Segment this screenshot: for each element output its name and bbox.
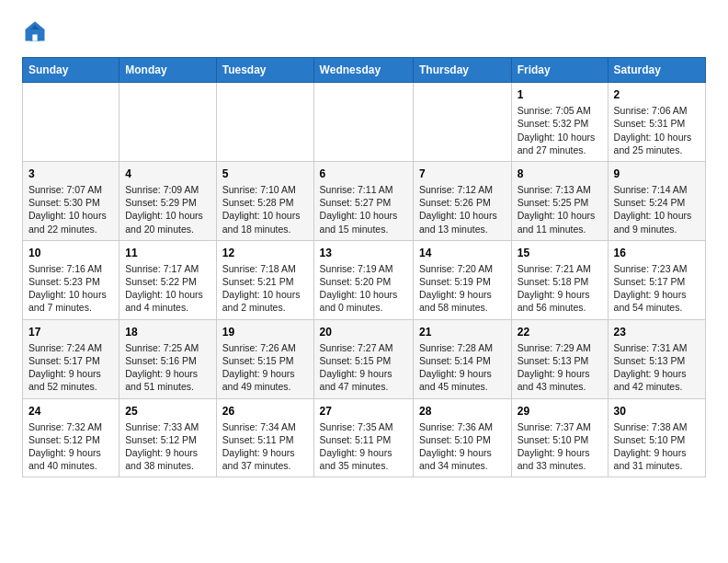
day-number: 10 [28, 246, 113, 260]
day-number: 22 [518, 325, 602, 339]
day-number: 16 [614, 246, 700, 260]
day-info: Sunrise: 7:13 AM Sunset: 5:25 PM Dayligh… [518, 183, 602, 236]
calendar-cell: 23Sunrise: 7:31 AM Sunset: 5:13 PM Dayli… [608, 319, 705, 398]
day-info: Sunrise: 7:33 AM Sunset: 5:12 PM Dayligh… [125, 420, 210, 473]
weekday-header-row: SundayMondayTuesdayWednesdayThursdayFrid… [23, 58, 706, 83]
calendar-week-row: 24Sunrise: 7:32 AM Sunset: 5:12 PM Dayli… [23, 398, 706, 477]
day-info: Sunrise: 7:11 AM Sunset: 5:27 PM Dayligh… [320, 183, 407, 236]
calendar-body: 1Sunrise: 7:05 AM Sunset: 5:32 PM Daylig… [23, 83, 706, 477]
day-number: 4 [125, 167, 210, 181]
day-number: 11 [125, 246, 210, 260]
day-info: Sunrise: 7:07 AM Sunset: 5:30 PM Dayligh… [28, 183, 113, 236]
day-info: Sunrise: 7:10 AM Sunset: 5:28 PM Dayligh… [222, 183, 308, 236]
day-number: 21 [419, 325, 506, 339]
day-number: 15 [518, 246, 602, 260]
day-number: 7 [419, 167, 506, 181]
calendar-cell: 20Sunrise: 7:27 AM Sunset: 5:15 PM Dayli… [313, 319, 413, 398]
day-info: Sunrise: 7:34 AM Sunset: 5:11 PM Dayligh… [222, 420, 308, 473]
day-number: 27 [320, 404, 407, 419]
day-info: Sunrise: 7:14 AM Sunset: 5:24 PM Dayligh… [614, 183, 700, 236]
calendar-cell [414, 83, 512, 162]
day-number: 9 [614, 167, 700, 181]
calendar-cell: 27Sunrise: 7:35 AM Sunset: 5:11 PM Dayli… [313, 398, 413, 477]
day-info: Sunrise: 7:12 AM Sunset: 5:26 PM Dayligh… [419, 183, 506, 236]
calendar-cell: 28Sunrise: 7:36 AM Sunset: 5:10 PM Dayli… [414, 398, 512, 477]
calendar-cell: 26Sunrise: 7:34 AM Sunset: 5:11 PM Dayli… [216, 398, 313, 477]
day-number: 20 [320, 325, 407, 339]
calendar-cell: 5Sunrise: 7:10 AM Sunset: 5:28 PM Daylig… [216, 161, 313, 240]
day-number: 30 [614, 404, 700, 419]
calendar-cell: 15Sunrise: 7:21 AM Sunset: 5:18 PM Dayli… [511, 240, 608, 319]
day-number: 17 [28, 325, 113, 339]
day-info: Sunrise: 7:06 AM Sunset: 5:31 PM Dayligh… [614, 104, 700, 156]
calendar-table: SundayMondayTuesdayWednesdayThursdayFrid… [22, 57, 706, 477]
day-info: Sunrise: 7:24 AM Sunset: 5:17 PM Dayligh… [28, 341, 113, 394]
day-info: Sunrise: 7:19 AM Sunset: 5:20 PM Dayligh… [320, 262, 407, 315]
calendar-cell: 29Sunrise: 7:37 AM Sunset: 5:10 PM Dayli… [511, 398, 608, 477]
weekday-header-friday: Friday [511, 58, 608, 83]
day-info: Sunrise: 7:21 AM Sunset: 5:18 PM Dayligh… [518, 262, 602, 315]
calendar-cell [23, 83, 119, 162]
day-info: Sunrise: 7:23 AM Sunset: 5:17 PM Dayligh… [614, 262, 700, 315]
day-number: 14 [419, 246, 506, 260]
day-number: 29 [518, 404, 602, 419]
day-info: Sunrise: 7:26 AM Sunset: 5:15 PM Dayligh… [222, 341, 308, 394]
day-info: Sunrise: 7:25 AM Sunset: 5:16 PM Dayligh… [125, 341, 210, 394]
calendar-cell: 6Sunrise: 7:11 AM Sunset: 5:27 PM Daylig… [313, 161, 413, 240]
day-info: Sunrise: 7:32 AM Sunset: 5:12 PM Dayligh… [28, 420, 113, 473]
calendar-cell: 19Sunrise: 7:26 AM Sunset: 5:15 PM Dayli… [216, 319, 313, 398]
day-info: Sunrise: 7:36 AM Sunset: 5:10 PM Dayligh… [419, 420, 506, 473]
calendar-cell: 12Sunrise: 7:18 AM Sunset: 5:21 PM Dayli… [216, 240, 313, 319]
calendar-cell: 3Sunrise: 7:07 AM Sunset: 5:30 PM Daylig… [23, 161, 119, 240]
calendar-cell: 25Sunrise: 7:33 AM Sunset: 5:12 PM Dayli… [119, 398, 217, 477]
calendar-cell: 22Sunrise: 7:29 AM Sunset: 5:13 PM Dayli… [511, 319, 608, 398]
header [22, 18, 706, 44]
calendar-cell: 9Sunrise: 7:14 AM Sunset: 5:24 PM Daylig… [608, 161, 705, 240]
calendar-cell [313, 83, 413, 162]
day-number: 13 [320, 246, 407, 260]
calendar-cell: 11Sunrise: 7:17 AM Sunset: 5:22 PM Dayli… [119, 240, 217, 319]
day-number: 26 [222, 404, 308, 419]
calendar-cell [119, 83, 217, 162]
calendar-cell [216, 83, 313, 162]
day-number: 24 [28, 404, 113, 419]
day-number: 6 [320, 167, 407, 181]
page: SundayMondayTuesdayWednesdayThursdayFrid… [0, 0, 728, 492]
calendar-cell: 21Sunrise: 7:28 AM Sunset: 5:14 PM Dayli… [414, 319, 512, 398]
day-info: Sunrise: 7:05 AM Sunset: 5:32 PM Dayligh… [518, 104, 602, 156]
calendar-cell: 18Sunrise: 7:25 AM Sunset: 5:16 PM Dayli… [119, 319, 217, 398]
weekday-header-monday: Monday [119, 58, 217, 83]
calendar-week-row: 17Sunrise: 7:24 AM Sunset: 5:17 PM Dayli… [23, 319, 706, 398]
calendar-cell: 10Sunrise: 7:16 AM Sunset: 5:23 PM Dayli… [23, 240, 119, 319]
logo-icon [22, 18, 48, 44]
calendar-cell: 8Sunrise: 7:13 AM Sunset: 5:25 PM Daylig… [511, 161, 608, 240]
calendar-week-row: 10Sunrise: 7:16 AM Sunset: 5:23 PM Dayli… [23, 240, 706, 319]
day-number: 28 [419, 404, 506, 419]
day-number: 8 [518, 167, 602, 181]
logo [22, 18, 51, 44]
calendar-cell: 7Sunrise: 7:12 AM Sunset: 5:26 PM Daylig… [414, 161, 512, 240]
day-info: Sunrise: 7:16 AM Sunset: 5:23 PM Dayligh… [28, 262, 113, 315]
calendar-header: SundayMondayTuesdayWednesdayThursdayFrid… [23, 58, 706, 83]
svg-rect-4 [32, 35, 37, 41]
day-info: Sunrise: 7:09 AM Sunset: 5:29 PM Dayligh… [125, 183, 210, 236]
calendar-cell: 1Sunrise: 7:05 AM Sunset: 5:32 PM Daylig… [511, 83, 608, 162]
day-info: Sunrise: 7:18 AM Sunset: 5:21 PM Dayligh… [222, 262, 308, 315]
weekday-header-saturday: Saturday [608, 58, 705, 83]
weekday-header-thursday: Thursday [414, 58, 512, 83]
calendar-cell: 17Sunrise: 7:24 AM Sunset: 5:17 PM Dayli… [23, 319, 119, 398]
day-number: 23 [614, 325, 700, 339]
day-number: 25 [125, 404, 210, 419]
day-info: Sunrise: 7:20 AM Sunset: 5:19 PM Dayligh… [419, 262, 506, 315]
day-info: Sunrise: 7:27 AM Sunset: 5:15 PM Dayligh… [320, 341, 407, 394]
day-number: 3 [28, 167, 113, 181]
day-info: Sunrise: 7:37 AM Sunset: 5:10 PM Dayligh… [518, 420, 602, 473]
calendar-cell: 14Sunrise: 7:20 AM Sunset: 5:19 PM Dayli… [414, 240, 512, 319]
calendar-cell: 13Sunrise: 7:19 AM Sunset: 5:20 PM Dayli… [313, 240, 413, 319]
calendar-cell: 2Sunrise: 7:06 AM Sunset: 5:31 PM Daylig… [608, 83, 705, 162]
day-info: Sunrise: 7:29 AM Sunset: 5:13 PM Dayligh… [518, 341, 602, 394]
calendar-week-row: 3Sunrise: 7:07 AM Sunset: 5:30 PM Daylig… [23, 161, 706, 240]
day-number: 5 [222, 167, 308, 181]
day-number: 18 [125, 325, 210, 339]
weekday-header-tuesday: Tuesday [216, 58, 313, 83]
